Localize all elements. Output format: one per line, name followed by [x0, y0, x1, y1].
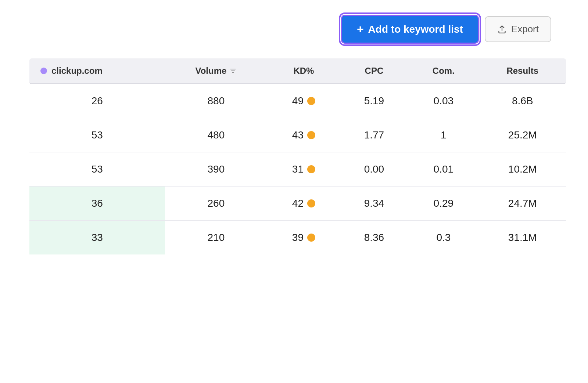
kd-dot-icon [307, 199, 315, 207]
cell-cpc: 1.77 [340, 118, 408, 152]
table-row: 53480431.77125.2M [29, 118, 566, 152]
kd-value: 42 [292, 198, 304, 209]
filter-icon [229, 67, 237, 75]
th-volume-label: Volume [195, 66, 226, 76]
kd-value: 31 [292, 163, 304, 175]
cell-kd: 49 [267, 84, 340, 118]
cell-results: 10.2M [479, 152, 566, 186]
th-cpc-label: CPC [365, 66, 384, 76]
data-table: clickup.com Volume [29, 58, 566, 254]
table-header-row: clickup.com Volume [29, 58, 566, 84]
export-button[interactable]: Export [485, 16, 551, 42]
cell-volume: 210 [165, 220, 268, 254]
table-row: 53390310.000.0110.2M [29, 152, 566, 186]
kd-value: 49 [292, 95, 304, 107]
export-icon [497, 25, 507, 34]
kd-value: 39 [292, 232, 304, 243]
add-keyword-button[interactable]: + Add to keyword list [341, 15, 479, 44]
cell-com: 0.29 [408, 186, 479, 220]
table-row: 33210398.360.331.1M [29, 220, 566, 254]
table-row: 26880495.190.038.6B [29, 84, 566, 118]
domain-dot-icon [40, 68, 47, 74]
th-com-label: Com. [433, 66, 455, 76]
cell-com: 0.01 [408, 152, 479, 186]
cell-results: 8.6B [479, 84, 566, 118]
cell-domain-rank: 33 [29, 220, 165, 254]
cell-domain-rank: 26 [29, 84, 165, 118]
th-results: Results [479, 58, 566, 84]
cell-kd: 39 [267, 220, 340, 254]
cell-results: 24.7M [479, 186, 566, 220]
page-wrapper: + Add to keyword list Export clickup.com [0, 0, 588, 383]
th-domain: clickup.com [29, 58, 165, 84]
cell-cpc: 5.19 [340, 84, 408, 118]
cell-kd: 42 [267, 186, 340, 220]
kd-dot-icon [307, 234, 315, 242]
th-kd: KD% [267, 58, 340, 84]
cell-results: 31.1M [479, 220, 566, 254]
kd-value: 43 [292, 129, 304, 141]
th-domain-label: clickup.com [51, 66, 103, 76]
cell-com: 0.03 [408, 84, 479, 118]
plus-icon: + [357, 22, 364, 36]
add-keyword-label: Add to keyword list [368, 24, 463, 35]
kd-dot-icon [307, 165, 315, 173]
cell-domain-rank: 36 [29, 186, 165, 220]
cell-volume: 390 [165, 152, 268, 186]
th-cpc: CPC [340, 58, 408, 84]
th-com: Com. [408, 58, 479, 84]
th-results-label: Results [506, 66, 538, 76]
cell-kd: 43 [267, 118, 340, 152]
kd-dot-icon [307, 97, 315, 105]
cell-kd: 31 [267, 152, 340, 186]
cell-volume: 880 [165, 84, 268, 118]
cell-cpc: 9.34 [340, 186, 408, 220]
table-row: 36260429.340.2924.7M [29, 186, 566, 220]
th-kd-label: KD% [293, 66, 314, 76]
cell-volume: 480 [165, 118, 268, 152]
th-volume[interactable]: Volume [165, 58, 268, 84]
cell-com: 1 [408, 118, 479, 152]
cell-cpc: 0.00 [340, 152, 408, 186]
cell-domain-rank: 53 [29, 118, 165, 152]
cell-com: 0.3 [408, 220, 479, 254]
cell-volume: 260 [165, 186, 268, 220]
kd-dot-icon [307, 131, 315, 139]
cell-results: 25.2M [479, 118, 566, 152]
cell-cpc: 8.36 [340, 220, 408, 254]
toolbar: + Add to keyword list Export [29, 15, 566, 44]
cell-domain-rank: 53 [29, 152, 165, 186]
export-label: Export [511, 24, 539, 35]
